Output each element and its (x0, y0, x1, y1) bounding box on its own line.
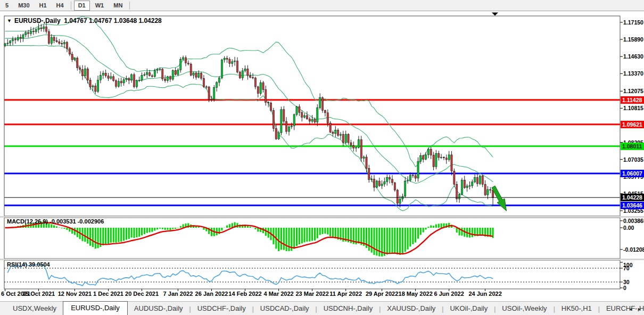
price-tick-label: 1.15890 (623, 36, 643, 43)
period-button-M30[interactable]: M30 (14, 1, 34, 11)
panel-splitter[interactable] (0, 259, 644, 260)
symbol-tab-usoil-weekly[interactable]: USOil-,Weekly (496, 303, 553, 315)
date-label: 4 Mar 2022 (263, 291, 293, 297)
period-button-H1[interactable]: H1 (35, 1, 51, 11)
toolbar-separator (71, 2, 71, 10)
symbol-tab-eurusd-daily[interactable]: EURUSD-,Daily (63, 301, 128, 315)
macd-value: -0.003531 (49, 218, 76, 225)
date-label: 12 Nov 2021 (58, 291, 92, 297)
period-button-H4[interactable]: H4 (52, 1, 68, 11)
symbol-tab-audusd-daily[interactable]: AUDUSD-,Daily (128, 303, 189, 315)
price-line-badge: 1.09621 (621, 121, 644, 128)
symbol-tab-usdchf-daily[interactable]: USDCHF-,Daily (191, 303, 252, 315)
price-tick-label: 1.17150 (623, 19, 643, 26)
rsi-indicator-name: RSI(14) (7, 261, 27, 268)
rsi-value: 39.0504 (29, 261, 50, 268)
tab-scroll-right-button[interactable]: ► (637, 306, 642, 312)
symbol-tab-usdx-weekly[interactable]: USDX,Weekly (6, 303, 63, 315)
price-tick-label: 1.12075 (623, 88, 643, 94)
date-label: 26 Jan 2022 (195, 291, 228, 297)
rsi-panel-label: RSI(14) 39.0504 (7, 261, 50, 268)
toolbar-separator (129, 2, 130, 10)
tab-scroll-left-button[interactable]: ◄ (628, 306, 633, 312)
date-label: 24 Jun 2022 (468, 291, 501, 297)
tab-scroll-buttons: ◄ ► (628, 306, 642, 312)
symbol-tab-usdcad-daily[interactable]: USDCAD-,Daily (254, 303, 316, 315)
chart-title-symbol: EURUSD-,Daily (14, 17, 61, 24)
date-label: 25 Oct 2021 (22, 291, 55, 297)
chart-canvas[interactable] (0, 11, 644, 301)
chart-window: ▼EURUSD-,Daily 1.04767 1.04767 1.03648 1… (0, 11, 644, 301)
date-label: 29 Apr 2022 (366, 291, 398, 297)
period-button-5[interactable]: 5 (1, 1, 13, 11)
panel-splitter[interactable] (0, 216, 644, 218)
date-label: 20 Dec 2021 (125, 291, 159, 297)
date-label: 23 Mar 2022 (295, 291, 328, 297)
price-line-badge: 1.11428 (621, 96, 644, 104)
price-tick-label: 1.14630 (623, 53, 643, 60)
date-label: 11 Apr 2022 (329, 291, 362, 297)
symbol-tab-usdcnh-daily[interactable]: USDCNH-,Daily (317, 303, 379, 315)
macd-tick-label: 0.003865 (623, 218, 644, 224)
period-button-W1[interactable]: W1 (91, 1, 109, 11)
macd-indicator-name: MACD(12,26,9) (7, 218, 48, 225)
date-label: 14 Feb 2022 (228, 291, 261, 297)
symbol-tab-hk50-h1[interactable]: HK50-,H1 (555, 303, 598, 315)
price-line-badge: 1.03646 (621, 202, 644, 209)
symbol-dropdown-icon[interactable]: ▼ (7, 18, 12, 23)
macd-signal-value: -0.002906 (78, 218, 104, 225)
price-line-badge: 1.06007 (621, 170, 644, 177)
price-line-badge: 1.08011 (621, 143, 644, 150)
price-tick-label: 1.10815 (623, 105, 643, 111)
rsi-tick-label: 0 (623, 285, 626, 291)
chart-title-ohlc: 1.04767 1.04767 1.03648 1.04228 (64, 17, 162, 24)
date-label: 7 Jan 2022 (163, 291, 193, 297)
period-button-MN[interactable]: MN (109, 1, 127, 11)
current-price-badge: 1.04228 (621, 194, 644, 201)
price-tick-label: 1.13370 (623, 70, 643, 77)
chart-title: ▼EURUSD-,Daily 1.04767 1.04767 1.03648 1… (7, 17, 162, 24)
price-tick-label: 1.07035 (623, 156, 643, 163)
symbol-tab-ukoil-daily[interactable]: UKOil-,Daily (443, 303, 494, 315)
symbol-tab-xauusd-daily[interactable]: XAUUSD-,Daily (381, 303, 442, 315)
rsi-tick-label: 70 (623, 265, 630, 271)
macd-panel-label: MACD(12,26,9) -0.003531 -0.002906 (7, 218, 104, 225)
period-button-D1[interactable]: D1 (74, 1, 90, 11)
date-label: 1 Dec 2021 (93, 291, 123, 297)
symbol-tab-bar: USDX,WeeklyEURUSD-,DailyAUDUSD-,Daily|US… (0, 301, 644, 315)
date-label: 6 Jun 2022 (434, 291, 464, 297)
terminal-window: 5M30H1H4D1W1MN ▼EURUSD-,Daily 1.04767 1.… (0, 0, 644, 315)
macd-tick-label: 0.00 (623, 225, 634, 231)
macd-tick-label: -0.01208 (623, 246, 644, 253)
timeframe-toolbar[interactable]: 5M30H1H4D1W1MN (0, 0, 644, 11)
date-label: 18 May 2022 (399, 291, 433, 297)
